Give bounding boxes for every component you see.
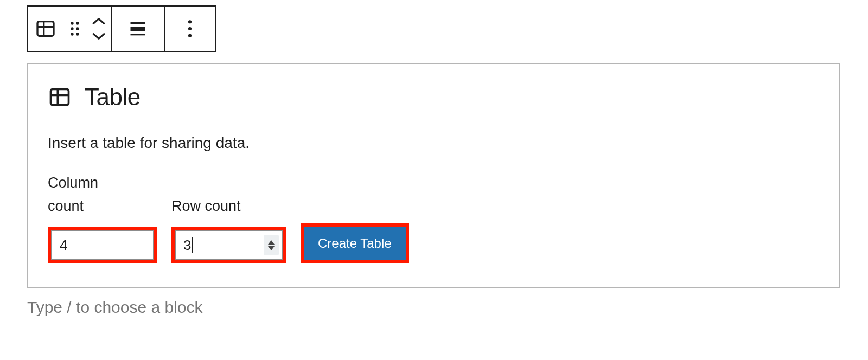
create-table-button[interactable]: Create Table [304,227,406,260]
chevron-down-icon [92,32,106,41]
block-title: Table [85,83,141,111]
svg-rect-0 [37,22,54,36]
toolbar-group-more [165,7,215,51]
block-header: Table [48,83,819,111]
svg-rect-10 [131,27,145,31]
svg-point-14 [188,34,192,37]
table-block-placeholder: Table Insert a table for sharing data. C… [27,63,840,288]
svg-rect-11 [131,34,145,35]
svg-point-13 [188,27,192,30]
svg-point-5 [71,27,73,30]
move-up-button[interactable] [92,15,105,28]
svg-point-8 [76,33,79,35]
block-mover [87,7,111,51]
svg-point-12 [188,20,192,23]
svg-rect-9 [131,22,145,24]
svg-point-6 [76,27,79,30]
align-icon [128,19,148,38]
column-count-label: Column count [48,171,124,218]
move-down-button[interactable] [92,30,105,43]
number-stepper[interactable] [264,235,279,255]
svg-rect-15 [51,89,69,105]
column-count-input[interactable] [51,230,154,260]
row-count-label: Row count [171,195,247,218]
row-count-field: Row count [171,195,286,263]
highlight-box-create: Create Table [301,223,409,263]
block-type-button[interactable] [28,7,63,51]
block-toolbar [27,5,216,52]
svg-point-7 [71,33,73,35]
column-count-field: Column count [48,171,157,263]
toolbar-group-type-move [28,7,112,51]
table-setup-form: Column count Row count [48,171,819,263]
chevron-up-icon [92,17,106,25]
text-cursor [192,237,193,253]
align-button[interactable] [112,7,164,51]
more-options-icon [187,20,193,38]
toolbar-group-align [112,7,165,51]
svg-point-4 [76,22,79,24]
drag-handle-button[interactable] [63,7,87,51]
svg-point-3 [71,22,73,24]
add-block-hint[interactable]: Type / to choose a block [27,298,841,317]
stepper-down-icon [268,246,275,250]
block-description: Insert a table for sharing data. [48,134,819,152]
table-icon [35,18,56,40]
highlight-box-column [48,227,157,263]
editor-stage: Table Insert a table for sharing data. C… [0,0,868,360]
more-options-button[interactable] [165,7,215,51]
table-icon [48,85,72,109]
drag-handle-icon [69,21,81,37]
highlight-box-row [171,227,286,263]
stepper-up-icon [268,240,275,245]
